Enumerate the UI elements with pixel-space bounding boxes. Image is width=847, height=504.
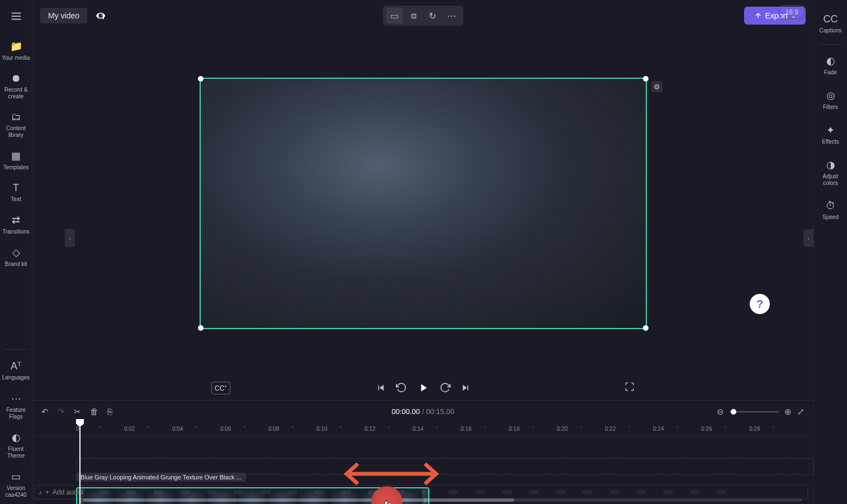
menu-button[interactable] bbox=[4, 4, 28, 28]
add-audio-plus-icon: + bbox=[45, 488, 49, 496]
rsidebar-item-filters[interactable]: ◎Filters bbox=[814, 83, 847, 117]
transitions-icon: ⇄ bbox=[12, 214, 20, 226]
expand-right-panel-button[interactable]: ‹ bbox=[803, 229, 813, 247]
ruler-tick: 0:02 bbox=[124, 422, 172, 435]
tutorial-hand-cursor-annotation bbox=[371, 486, 403, 504]
fade-icon: ◐ bbox=[826, 55, 835, 67]
aspect-ratio-selector[interactable]: 16:9 bbox=[779, 6, 805, 19]
rsidebar-label: Captions bbox=[820, 27, 841, 34]
rsidebar-item-fade[interactable]: ◐Fade bbox=[814, 48, 847, 83]
zoom-slider[interactable] bbox=[730, 411, 779, 412]
timeline-tracks: Blue Gray Looping Animated Grunge Textur… bbox=[32, 436, 813, 504]
undo-button[interactable]: ↶ bbox=[41, 407, 49, 417]
video-canvas[interactable] bbox=[200, 78, 647, 329]
sidebar-item-templates[interactable]: ▦Templates bbox=[0, 144, 32, 177]
topbar: My video 👁‍🗨 ▭ ⧈ ↻ ⋯ Export ⌄ bbox=[32, 0, 813, 31]
zoom-thumb[interactable] bbox=[731, 409, 736, 415]
split-button[interactable]: ✂ bbox=[74, 407, 81, 417]
zoom-out-button[interactable]: ⊖ bbox=[717, 407, 724, 417]
canvas-container: ⚙ bbox=[200, 78, 647, 329]
sidebar-item-feature-flags[interactable]: ⋯Feature Flags bbox=[0, 387, 32, 426]
sidebar-item-version[interactable]: ▭Version caa4240 bbox=[0, 465, 32, 504]
captions-icon: CC bbox=[824, 13, 838, 25]
ruler-tick: 0:06 bbox=[220, 422, 268, 435]
sidebar-label: Version caa4240 bbox=[1, 485, 31, 498]
sidebar-label: Fluent Theme bbox=[1, 446, 31, 459]
rsidebar-label: Effects bbox=[822, 139, 839, 145]
sidebar-item-library[interactable]: 🗂Content library bbox=[0, 106, 32, 144]
sidebar-item-theme[interactable]: ◐Fluent Theme bbox=[0, 426, 32, 465]
ruler-tick: 0:16 bbox=[461, 422, 509, 435]
current-time: 00:00.00 bbox=[391, 407, 420, 416]
help-button[interactable]: ? bbox=[750, 294, 770, 314]
skip-back-button[interactable] bbox=[376, 383, 386, 393]
rewind-button[interactable] bbox=[396, 382, 407, 393]
resize-handle-tl[interactable] bbox=[198, 76, 204, 82]
rsidebar-item-adjust[interactable]: ◑Adjust colors bbox=[814, 152, 847, 193]
sidebar-item-text[interactable]: TText bbox=[0, 177, 32, 208]
fit-timeline-button[interactable]: ⤢ bbox=[797, 407, 805, 417]
visibility-off-icon[interactable]: 👁‍🗨 bbox=[95, 11, 106, 21]
captions-toggle-button[interactable]: CC+ bbox=[211, 382, 230, 394]
ruler-tick: 0:12 bbox=[365, 422, 413, 435]
timeline-ruler[interactable]: 0 0:02 0:04 0:06 0:08 0:10 0:12 0:14 0:1… bbox=[32, 422, 813, 436]
sidebar-item-record[interactable]: ⏺Record & create bbox=[0, 67, 32, 106]
resize-handle-bl[interactable] bbox=[198, 325, 204, 331]
ruler-tick: 0:22 bbox=[605, 422, 653, 435]
templates-icon: ▦ bbox=[11, 150, 21, 162]
resize-handle-tr[interactable] bbox=[643, 76, 649, 82]
sidebar-item-brand[interactable]: ◇Brand kit bbox=[0, 241, 32, 273]
divider bbox=[5, 349, 27, 350]
rsidebar-item-speed[interactable]: ⏱Speed bbox=[814, 193, 847, 227]
main-area: › My video 👁‍🗨 ▭ ⧈ ↻ ⋯ Export ⌄ 16:9 ⚙ bbox=[32, 0, 813, 504]
ruler-tick: 0:26 bbox=[701, 422, 749, 435]
effects-icon: ✦ bbox=[826, 124, 835, 136]
duplicate-button[interactable]: ⎘ bbox=[107, 407, 112, 416]
play-button[interactable] bbox=[417, 382, 429, 394]
sidebar-item-transitions[interactable]: ⇄Transitions bbox=[0, 208, 32, 241]
sidebar-label: Feature Flags bbox=[1, 407, 31, 420]
more-options-button[interactable]: ⋯ bbox=[443, 8, 460, 23]
ruler-tick: 0:20 bbox=[557, 422, 605, 435]
sidebar-label: Languages bbox=[2, 374, 30, 381]
skip-forward-button[interactable] bbox=[461, 383, 471, 393]
player-controls: CC+ bbox=[32, 375, 813, 400]
crop-button[interactable]: ⧈ bbox=[405, 8, 422, 23]
project-title[interactable]: My video bbox=[40, 8, 87, 23]
delete-button[interactable]: 🗑 bbox=[90, 407, 98, 416]
sidebar-item-languages[interactable]: AᵀLanguages bbox=[0, 354, 32, 387]
timeline-horizontal-scrollbar[interactable] bbox=[83, 498, 802, 502]
sidebar-label: Transitions bbox=[2, 229, 30, 235]
sidebar-label: Content library bbox=[1, 125, 31, 139]
sidebar-label: Text bbox=[11, 196, 21, 203]
right-sidebar: CCCaptions ◐Fade ◎Filters ✦Effects ◑Adju… bbox=[813, 0, 847, 504]
timeline-toolbar: ↶ ↷ ✂ 🗑 ⎘ 00:00.00 / 00:15.00 ⊖ ⊕ ⤢ bbox=[32, 400, 813, 422]
rsidebar-item-captions[interactable]: CCCaptions bbox=[814, 7, 847, 41]
rsidebar-label: Speed bbox=[822, 214, 839, 221]
sidebar-label: Templates bbox=[3, 164, 29, 171]
ruler-tick: 0:28 bbox=[749, 422, 797, 435]
text-icon: T bbox=[13, 182, 19, 194]
rotate-button[interactable]: ↻ bbox=[424, 8, 441, 23]
rsidebar-label: Adjust colors bbox=[815, 173, 846, 187]
fit-screen-button[interactable]: ▭ bbox=[386, 8, 403, 23]
fullscreen-button[interactable] bbox=[624, 382, 635, 394]
speed-icon: ⏱ bbox=[826, 200, 836, 212]
ruler-tick: 0:14 bbox=[413, 422, 461, 435]
canvas-settings-button[interactable]: ⚙ bbox=[651, 81, 663, 92]
ruler-tick: 0 bbox=[76, 422, 124, 435]
sidebar-item-your-media[interactable]: 📁Your media bbox=[0, 35, 32, 67]
ruler-tick: 0:18 bbox=[509, 422, 557, 435]
ruler-tick: 0:10 bbox=[316, 422, 365, 435]
flags-icon: ⋯ bbox=[11, 392, 21, 405]
forward-button[interactable] bbox=[439, 382, 451, 393]
rsidebar-item-effects[interactable]: ✦Effects bbox=[814, 117, 847, 152]
scrollbar-thumb[interactable] bbox=[83, 498, 514, 502]
ruler-tick: 0:04 bbox=[172, 422, 220, 435]
upload-icon bbox=[754, 12, 762, 20]
add-audio-label: Add audio bbox=[53, 488, 83, 496]
resize-handle-br[interactable] bbox=[643, 325, 649, 331]
rsidebar-label: Fade bbox=[824, 69, 837, 76]
library-icon: 🗂 bbox=[11, 111, 21, 123]
zoom-in-button[interactable]: ⊕ bbox=[784, 407, 792, 417]
